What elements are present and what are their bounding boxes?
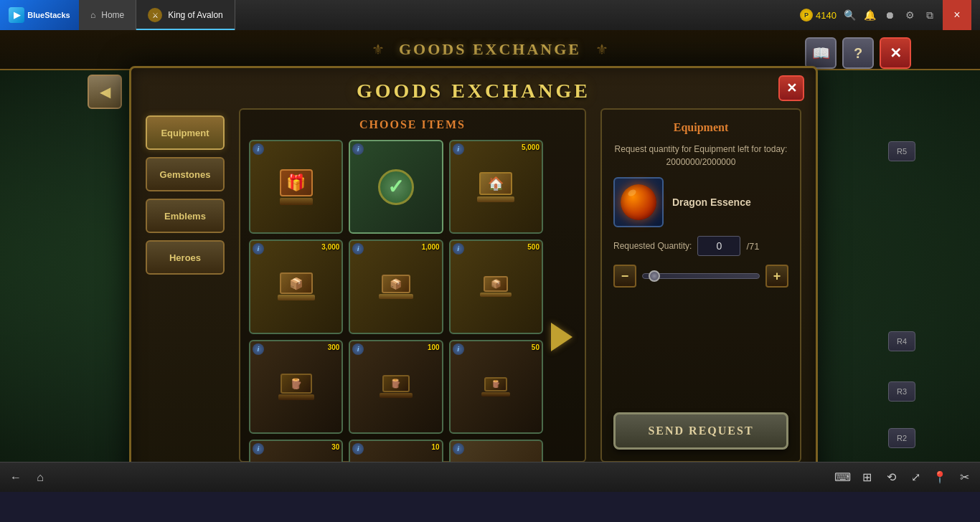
- chest-base: [280, 198, 313, 205]
- coin-icon: P: [800, 9, 813, 22]
- game-area: ⚜ GOODS EXCHANGE ⚜ 📖 ? ✕ ◀ R5 R4 R3 R2 G…: [0, 30, 980, 492]
- taskbar-location-icon[interactable]: 📍: [930, 468, 950, 488]
- home-label: Home: [101, 10, 124, 20]
- qty-increase-button[interactable]: +: [765, 265, 788, 288]
- info-icon-7[interactable]: i: [253, 343, 264, 355]
- item-chest-1000[interactable]: i 1,000 📦: [349, 239, 443, 333]
- window-close-button[interactable]: ×: [943, 0, 971, 30]
- item-qty-3000: 3,000: [321, 243, 339, 251]
- coin-value: 4140: [816, 10, 837, 21]
- item-chest-500[interactable]: i 500 📦: [449, 239, 543, 333]
- qty-slider[interactable]: [642, 273, 760, 279]
- bluestacks-logo: ▶ BlueStacks: [0, 0, 79, 30]
- info-icon-8[interactable]: i: [352, 343, 364, 355]
- tab-game[interactable]: ⚔ King of Avalon: [136, 0, 235, 30]
- coin-display: P 4140: [800, 9, 837, 22]
- bell-icon[interactable]: 🔔: [862, 8, 877, 22]
- bs-label: BlueStacks: [27, 11, 70, 19]
- slider-thumb: [649, 270, 660, 282]
- help-icon: ?: [854, 45, 862, 62]
- item-preview: [613, 177, 664, 227]
- arrow-section: [547, 323, 576, 351]
- search-icon[interactable]: 🔍: [842, 8, 857, 22]
- category-gemstones[interactable]: Gemstones: [146, 157, 225, 191]
- info-icon-1[interactable]: i: [253, 143, 264, 155]
- taskbar-home-icon[interactable]: ⌂: [30, 468, 50, 488]
- titlebar: ▶ BlueStacks ⌂ Home ⚔ King of Avalon P 4…: [0, 0, 980, 30]
- category-emblems-label: Emblems: [164, 211, 206, 222]
- taskbar-left-icons: ← ⌂: [6, 468, 50, 488]
- settings-icon[interactable]: ⚙: [903, 8, 917, 22]
- shelf-5000-icon: 🏠: [477, 172, 514, 202]
- item-qty-1000: 1,000: [422, 243, 440, 251]
- taskbar-keyboard-icon[interactable]: ⌨: [832, 468, 852, 488]
- check-circle: ✓: [378, 169, 414, 205]
- titlebar-right: P 4140 🔍 🔔 ⏺ ⚙ ⧉ ×: [800, 0, 980, 30]
- info-icon-5[interactable]: i: [352, 243, 364, 255]
- goods-exchange-dialog: GOODS EXCHANGE ✕ Equipment Gemstones Emb…: [129, 66, 818, 492]
- book-icon: 📖: [812, 44, 830, 62]
- dialog-title-bar: GOODS EXCHANGE ✕: [131, 68, 816, 108]
- items-panel: CHOOSE ITEMS i 🎁: [239, 108, 586, 462]
- info-icon-6[interactable]: i: [453, 243, 464, 255]
- record-icon[interactable]: ⏺: [882, 8, 897, 22]
- info-icon-10[interactable]: i: [253, 443, 264, 455]
- item-qty-300: 300: [328, 343, 340, 351]
- right-arrow-icon: [551, 323, 573, 351]
- info-icon-2[interactable]: i: [352, 143, 364, 155]
- home-icon: ⌂: [90, 10, 95, 20]
- category-heroes[interactable]: Heroes: [146, 240, 225, 275]
- shelf-50-icon: 🪵: [481, 377, 510, 397]
- right-panel-description: Request quantity for Equipment left for …: [613, 143, 788, 169]
- restore-icon[interactable]: ⧉: [923, 8, 937, 22]
- qty-decrease-button[interactable]: −: [613, 265, 636, 288]
- items-title: CHOOSE ITEMS: [249, 118, 576, 131]
- item-qty-5000: 5,000: [522, 143, 540, 151]
- rank-badge-r5: R5: [888, 141, 915, 161]
- info-icon-3[interactable]: i: [453, 143, 464, 155]
- item-selected[interactable]: i ✓: [349, 140, 443, 234]
- right-panel-title: Equipment: [613, 121, 788, 134]
- taskbar-rotate-icon[interactable]: ⟲: [881, 468, 901, 488]
- item-qty-30: 30: [331, 443, 339, 451]
- tab-home[interactable]: ⌂ Home: [79, 0, 136, 30]
- book-button[interactable]: 📖: [805, 37, 837, 69]
- dialog-close-button[interactable]: ✕: [778, 75, 804, 101]
- send-request-button[interactable]: SEND REQUEST: [613, 412, 788, 450]
- dialog-title: GOODS EXCHANGE: [357, 80, 590, 102]
- taskbar-scissors-icon[interactable]: ✂: [954, 468, 974, 488]
- quantity-row: Requested Quantity: /71: [613, 236, 788, 256]
- info-icon-4[interactable]: i: [253, 243, 264, 255]
- taskbar-expand-icon[interactable]: ⤢: [905, 468, 925, 488]
- quantity-input[interactable]: [697, 236, 740, 256]
- help-button[interactable]: ?: [842, 37, 874, 69]
- info-icon-9[interactable]: i: [453, 343, 464, 355]
- close-icon: ✕: [890, 44, 902, 62]
- taskbar-grid-icon[interactable]: ⊞: [857, 468, 877, 488]
- rank-badge-r3: R3: [888, 381, 915, 402]
- info-icon-12[interactable]: i: [453, 443, 464, 455]
- category-emblems[interactable]: Emblems: [146, 199, 225, 233]
- game-tab-label: King of Avalon: [168, 10, 223, 20]
- item-chest-3000[interactable]: i 3,000 📦: [249, 239, 343, 333]
- item-chest-300[interactable]: i 300 🪵: [249, 340, 343, 434]
- chest-icon: 🎁: [286, 174, 306, 192]
- category-equipment[interactable]: Equipment: [146, 115, 225, 150]
- item-qty-50: 50: [532, 343, 540, 351]
- taskbar-back-icon[interactable]: ←: [6, 468, 26, 488]
- item-chest-50[interactable]: i 50 🪵: [449, 340, 543, 434]
- item-chest-5000[interactable]: i 5,000 🏠: [449, 140, 543, 234]
- bs-icon: ▶: [9, 7, 24, 23]
- qty-label: Requested Quantity:: [613, 241, 692, 251]
- rank-badge-r2: R2: [888, 428, 915, 448]
- dialog-body: Equipment Gemstones Emblems Heroes CHOOS…: [131, 108, 816, 477]
- category-heroes-label: Heroes: [169, 252, 201, 263]
- item-chest-100[interactable]: i 100 🪵: [349, 340, 443, 434]
- shelf-300-icon: 🪵: [278, 374, 314, 400]
- item-chest-large[interactable]: i 🎁: [249, 140, 343, 234]
- info-icon-11[interactable]: i: [352, 443, 364, 455]
- main-close-button[interactable]: ✕: [880, 37, 911, 69]
- ornament-left: ⚜: [372, 41, 385, 58]
- item-qty-10: 10: [432, 443, 440, 451]
- back-button[interactable]: ◀: [88, 75, 122, 109]
